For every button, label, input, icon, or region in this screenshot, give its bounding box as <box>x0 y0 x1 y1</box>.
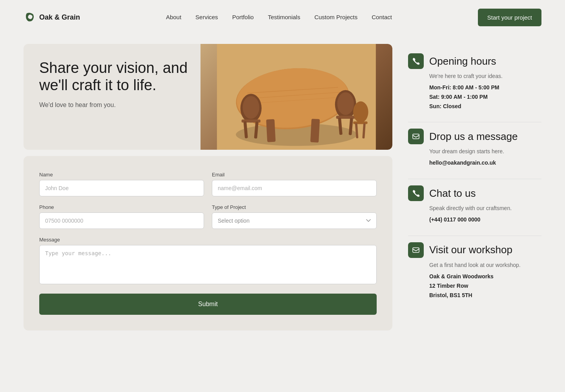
hero-subtitle: We'd love to hear from you. <box>39 102 188 109</box>
chat-section: Chat to us Speak directly with our craft… <box>408 179 541 236</box>
main-content: Share your vision, and we'll craft it to… <box>0 34 565 346</box>
phone-label: Phone <box>39 204 204 210</box>
nav-portfolio[interactable]: Portfolio <box>232 14 254 20</box>
workshop-desc: Get a first hand look at our workshop. <box>429 262 541 268</box>
project-label: Type of Project <box>212 204 377 210</box>
message-header: Drop us a message <box>408 129 541 144</box>
hours-sun: Sun: Closed <box>429 102 541 111</box>
message-title: Drop us a message <box>429 131 518 143</box>
workshop-address: Oak & Grain Woodworks 12 Timber Row Bris… <box>429 272 541 300</box>
svg-rect-25 <box>413 248 419 252</box>
message-desc: Your dream design starts here. <box>429 148 541 154</box>
message-email: hello@oakandgrain.co.uk <box>429 158 541 168</box>
svg-rect-9 <box>310 119 320 143</box>
form-row-phone-project: Phone Type of Project Select option Besp… <box>39 204 377 229</box>
hero-image <box>200 44 392 150</box>
furniture-illustration <box>200 44 392 150</box>
name-label: Name <box>39 172 204 178</box>
left-column: Share your vision, and we'll craft it to… <box>24 44 392 330</box>
form-group-email: Email <box>212 172 377 196</box>
svg-point-11 <box>243 96 259 119</box>
message-body: Your dream design starts here. hello@oak… <box>408 148 541 168</box>
workshop-section: Visit our workshop Get a first hand look… <box>408 236 541 311</box>
chat-title: Chat to us <box>429 187 476 200</box>
right-column: Opening hours We're here to craft your i… <box>408 44 541 330</box>
nav-services[interactable]: Services <box>195 14 218 20</box>
svg-rect-24 <box>413 134 419 139</box>
navbar: Oak & Grain About Services Portfolio Tes… <box>0 0 565 34</box>
message-label: Message <box>39 237 377 243</box>
contact-form: Name Email Phone Type of Project <box>39 172 377 315</box>
email-icon-message <box>408 129 424 144</box>
start-project-button[interactable]: Start your project <box>478 9 541 26</box>
svg-point-16 <box>337 92 354 115</box>
phone-icon-opening <box>408 53 424 69</box>
workshop-name: Oak & Grain Woodworks <box>429 272 541 281</box>
message-input[interactable] <box>39 245 377 284</box>
svg-rect-8 <box>266 119 275 142</box>
hero-title: Share your vision, and we'll craft it to… <box>39 60 188 94</box>
opening-hours-desc: We're here to craft your ideas. <box>429 73 541 79</box>
logo-icon <box>24 11 36 24</box>
workshop-title: Visit our workshop <box>429 244 512 256</box>
nav-about[interactable]: About <box>166 14 181 20</box>
chat-header: Chat to us <box>408 185 541 201</box>
hero-card: Share your vision, and we'll craft it to… <box>24 44 392 150</box>
chat-desc: Speak directly with our craftsmen. <box>429 205 541 211</box>
email-label: Email <box>212 172 377 178</box>
svg-point-20 <box>353 102 368 123</box>
hours-mon-fri: Mon-Fri: 8:00 AM - 5:00 PM <box>429 83 541 93</box>
nav-links: About Services Portfolio Testimonials Cu… <box>166 14 392 21</box>
phone-icon-chat <box>408 185 424 201</box>
form-card: Name Email Phone Type of Project <box>24 156 392 330</box>
logo[interactable]: Oak & Grain <box>24 11 80 24</box>
form-group-message: Message <box>39 237 377 284</box>
message-section: Drop us a message Your dream design star… <box>408 122 541 179</box>
opening-hours-details: Mon-Fri: 8:00 AM - 5:00 PM Sat: 9:00 AM … <box>429 83 541 111</box>
opening-hours-header: Opening hours <box>408 53 541 69</box>
workshop-city: Bristol, BS1 5TH <box>429 291 541 300</box>
form-group-name: Name <box>39 172 204 196</box>
brand-name: Oak & Grain <box>39 13 80 22</box>
nav-contact[interactable]: Contact <box>372 14 392 20</box>
hours-sat: Sat: 9:00 AM - 1:00 PM <box>429 93 541 102</box>
form-group-project: Type of Project Select option Bespoke Fu… <box>212 204 377 229</box>
nav-custom-projects[interactable]: Custom Projects <box>314 14 357 20</box>
name-input[interactable] <box>39 180 204 196</box>
form-row-name-email: Name Email <box>39 172 377 196</box>
workshop-street: 12 Timber Row <box>429 281 541 291</box>
phone-input[interactable] <box>39 212 204 229</box>
chat-phone: (+44) 0117 000 0000 <box>429 215 541 225</box>
email-icon-workshop <box>408 242 424 258</box>
workshop-body: Get a first hand look at our workshop. O… <box>408 262 541 300</box>
submit-button[interactable]: Submit <box>39 294 377 315</box>
chat-body: Speak directly with our craftsmen. (+44)… <box>408 205 541 225</box>
hero-text: Share your vision, and we'll craft it to… <box>39 60 188 109</box>
opening-hours-section: Opening hours We're here to craft your i… <box>408 47 541 122</box>
email-input[interactable] <box>212 180 377 196</box>
workshop-header: Visit our workshop <box>408 242 541 258</box>
opening-hours-title: Opening hours <box>429 55 496 67</box>
form-group-phone: Phone <box>39 204 204 229</box>
opening-hours-body: We're here to craft your ideas. Mon-Fri:… <box>408 73 541 111</box>
nav-testimonials[interactable]: Testimonials <box>268 14 301 20</box>
project-select[interactable]: Select option Bespoke Furniture Kitchen … <box>212 212 377 229</box>
